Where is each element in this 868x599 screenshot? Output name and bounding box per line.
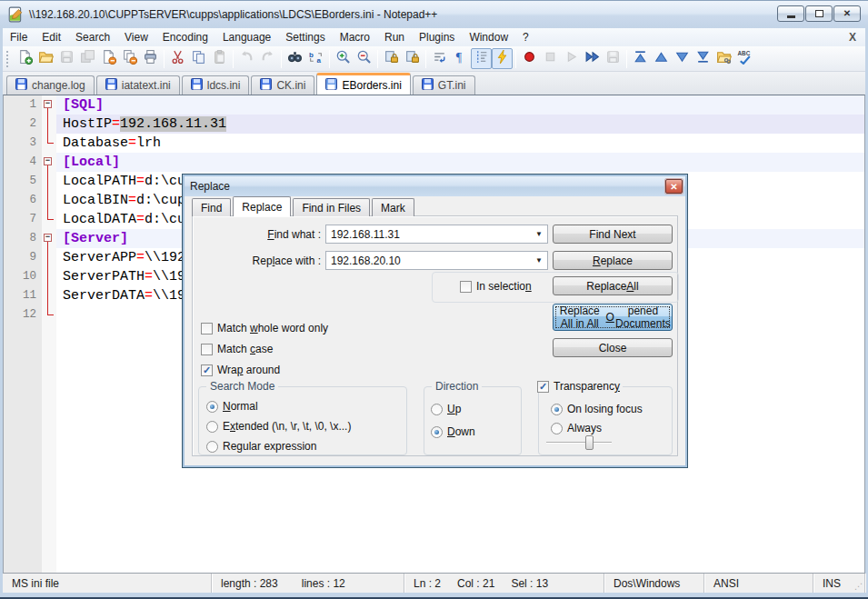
radio-dot[interactable] [206,421,218,433]
tab-mark[interactable]: Mark [372,198,414,216]
menu-settings[interactable]: Settings [278,29,332,45]
menu-language[interactable]: Language [215,29,278,45]
nav-down-button[interactable] [672,48,693,69]
search-mode-regex-radio[interactable]: Regular expression [206,440,316,453]
radio-dot[interactable] [206,401,218,413]
checkbox-box[interactable] [201,323,213,334]
match-case-checkbox[interactable]: Match case [201,343,273,355]
tab-find-in-files[interactable]: Find in Files [293,198,370,216]
search-mode-normal-radio[interactable]: Normal [206,400,258,413]
save-button[interactable] [56,48,77,69]
editor-text[interactable]: [SQL] [56,95,864,115]
function-completion-button[interactable] [492,48,513,69]
editor-line-1[interactable]: 1−[SQL] [4,95,864,115]
redo-button[interactable] [257,48,278,69]
macro-record-button[interactable] [519,48,540,69]
slider-thumb[interactable] [585,435,594,450]
editor-text[interactable]: [Local] [56,153,864,172]
fold-margin[interactable]: − [42,95,56,115]
close-dialog-button[interactable]: Close [553,338,673,357]
menu-file[interactable]: File [3,29,35,45]
cut-button[interactable] [167,48,188,69]
checkbox-box[interactable] [460,281,472,293]
tab-find[interactable]: Find [192,198,231,216]
word-wrap-button[interactable] [429,48,450,69]
radio-dot[interactable] [206,441,218,453]
replace-with-combobox[interactable]: 192.168.20.10 ▼ [325,251,548,270]
indent-guide-button[interactable] [471,48,492,69]
fold-margin[interactable] [42,305,56,324]
menu-run[interactable]: Run [377,29,412,45]
close-file-button[interactable] [98,48,119,69]
menu-encoding[interactable]: Encoding [155,29,215,45]
show-all-characters-button[interactable]: ¶ [450,48,471,69]
macro-stop-button[interactable] [540,48,561,69]
menu-macro[interactable]: Macro [333,29,377,45]
fold-margin[interactable] [42,248,56,267]
status-encoding[interactable]: ANSI [704,574,813,593]
fold-margin[interactable] [42,267,56,286]
find-button[interactable] [284,48,305,69]
file-tab-ck-ini[interactable]: CK.ini [251,75,314,95]
editor-line-2[interactable]: 2HostIP=192.168.11.31 [4,115,864,134]
fold-margin[interactable] [42,115,56,134]
file-tab-ldcs-ini[interactable]: ldcs.ini [182,75,250,95]
direction-down-radio[interactable]: Down [431,425,475,438]
radio-dot[interactable] [551,404,563,415]
checkbox-box[interactable]: ✓ [201,364,213,376]
sync-horizontal-button[interactable] [402,48,423,69]
checkbox-box[interactable] [201,344,213,355]
resize-grip-icon[interactable]: ⋰ [854,582,863,591]
transparency-checkbox[interactable]: ✓ Transparency [534,380,623,393]
find-next-button[interactable]: Find Next [553,225,673,244]
replace-button[interactable]: ba [305,48,326,69]
close-button[interactable]: ✕ [833,5,861,22]
wrap-around-checkbox[interactable]: ✓ Wrap around [201,364,280,376]
transparency-always-radio[interactable]: Always [551,422,602,434]
replace-dialog-close-button[interactable]: ✕ [665,179,683,194]
menu-edit[interactable]: Edit [35,29,68,45]
fold-margin[interactable] [42,172,56,191]
menu-window[interactable]: Window [462,29,515,45]
radio-dot[interactable] [431,404,443,415]
replace-all-button[interactable]: Replace All [553,276,673,295]
paste-button[interactable] [209,48,230,69]
fold-collapse-icon[interactable]: − [44,234,52,242]
open-containing-folder-button[interactable] [713,48,734,69]
undo-button[interactable] [236,48,257,69]
menu-plugins[interactable]: Plugins [412,29,462,45]
direction-up-radio[interactable]: Up [431,403,461,415]
file-tab-gt-ini[interactable]: GT.ini [413,75,475,95]
spell-check-button[interactable]: ABC [734,48,755,69]
checkbox-box[interactable]: ✓ [537,381,549,393]
fold-margin[interactable] [42,286,56,305]
radio-dot[interactable] [431,426,443,438]
zoom-in-button[interactable] [333,48,354,69]
sync-vertical-button[interactable] [381,48,402,69]
restore-button[interactable] [805,5,833,22]
nav-bottom-button[interactable] [693,48,713,69]
status-eol-format[interactable]: Dos\Windows [604,574,704,593]
transparency-slider[interactable] [546,434,612,451]
save-all-button[interactable] [77,48,98,69]
radio-dot[interactable] [551,423,563,434]
editor-line-4[interactable]: 4−[Local] [4,153,864,172]
fold-margin[interactable] [42,134,56,153]
fold-margin[interactable]: − [42,229,56,248]
replace-button[interactable]: Replace [553,251,673,270]
file-tab-eborders-ini[interactable]: EBorders.ini [316,73,410,95]
file-tab-iatatext-ini[interactable]: iatatext.ini [96,75,180,95]
minimize-button[interactable] [777,5,804,22]
fold-margin[interactable] [42,210,56,229]
editor-text[interactable]: HostIP=192.168.11.31 [56,115,864,134]
print-button[interactable] [140,48,161,69]
fold-collapse-icon[interactable]: − [44,100,52,108]
chevron-down-icon[interactable]: ▼ [535,256,543,265]
slider-track[interactable] [546,442,612,444]
fold-margin[interactable]: − [42,153,56,172]
transparency-on-losing-focus-radio[interactable]: On losing focus [551,403,643,415]
nav-up-button[interactable] [651,48,672,69]
nav-top-button[interactable] [630,48,651,69]
find-what-combobox[interactable]: 192.168.11.31 ▼ [325,225,548,244]
copy-button[interactable] [188,48,209,69]
